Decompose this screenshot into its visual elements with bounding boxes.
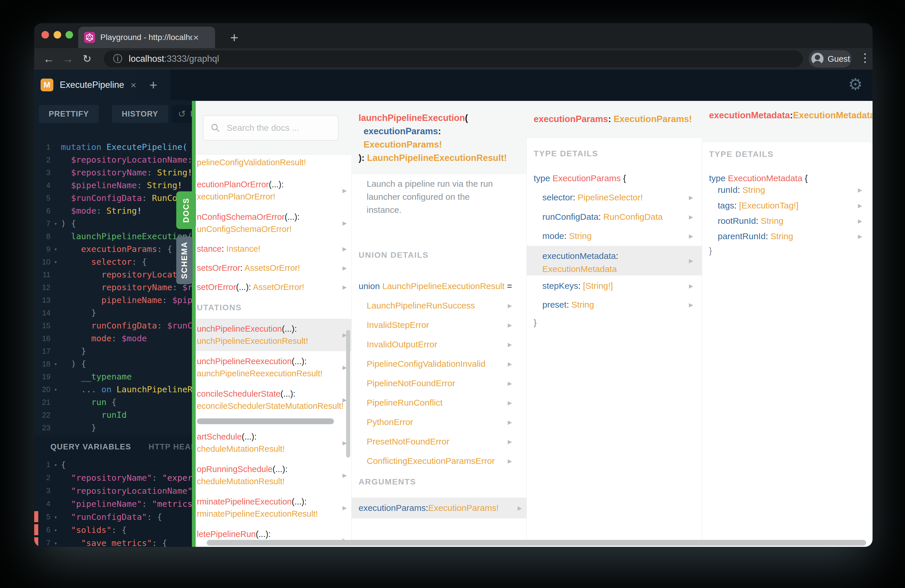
type-field-row[interactable]: executionMetadata:ExecutionMetadata▶	[526, 246, 702, 275]
union-member-row[interactable]: PythonError▶	[351, 412, 526, 432]
line-number: 6	[34, 207, 51, 215]
doc-field-item[interactable]: setOrError(...): AssetOrError!▶	[196, 278, 351, 297]
text-segment: concileSchedulerState	[197, 389, 281, 398]
fold-arrow-icon[interactable]: ▾	[51, 220, 61, 227]
text-segment: :	[157, 321, 167, 331]
argument-type: ExecutionParams!	[428, 503, 499, 513]
reload-icon[interactable]: ↻	[79, 48, 95, 70]
session-tab-close-icon[interactable]: ×	[130, 79, 136, 91]
type-field-row[interactable]: stepKeys: [String!]▶	[526, 280, 702, 291]
doc-field-item[interactable]: artSchedule(...):cheduleMutationResult!▶	[196, 426, 351, 459]
settings-gear-icon[interactable]: ⚙	[848, 75, 863, 94]
union-member-row[interactable]: PipelineConfigValidationInvalid▶	[351, 354, 526, 373]
tab-query-variables[interactable]: QUERY VARIABLES	[51, 442, 131, 451]
endpoint-reload-icon[interactable]: ↺	[178, 108, 186, 119]
type-field-row[interactable]: mode: String▶	[526, 230, 702, 242]
text-segment: (...):	[292, 357, 307, 366]
doc-field-item[interactable]: concileSchedulerState(...):econcileSched…	[196, 384, 351, 416]
doc-field-item[interactable]: pelineConfigValidationResult!	[196, 156, 351, 174]
union-member-row[interactable]: LaunchPipelineRunSuccess▶	[351, 296, 526, 315]
text-segment: $mode	[122, 334, 147, 343]
minimize-window-button[interactable]	[54, 31, 61, 38]
browser-new-tab-button[interactable]: +	[222, 27, 246, 48]
browser-tab[interactable]: Playground - http://localhost:3 ×	[78, 27, 215, 48]
text-segment: $repositoryName	[71, 168, 147, 178]
doc-field-item[interactable]: stance: Instance!▶	[196, 239, 351, 258]
type-field-row[interactable]: runId: String▶	[702, 184, 873, 195]
field-line-1: setOrError(...): AssetOrError!	[197, 281, 351, 293]
close-window-button[interactable]	[41, 31, 49, 38]
fold-arrow-icon[interactable]: ▾	[51, 527, 61, 533]
fold-arrow-icon[interactable]: ▾	[51, 259, 61, 265]
text-segment: (...):	[269, 180, 284, 189]
line-number: 10	[34, 257, 51, 267]
union-member-row[interactable]: InvalidOutputError▶	[351, 335, 526, 354]
docs-search-box[interactable]	[203, 115, 338, 141]
code-text: "solids": {	[61, 525, 127, 535]
screen: Playground - http://localhost:3 × + ← → …	[0, 0, 905, 588]
history-button[interactable]: HISTORY	[112, 105, 168, 123]
docs-search-input[interactable]	[226, 122, 332, 133]
field-name: rootRunId	[718, 216, 756, 226]
fold-arrow-icon[interactable]: ▾	[51, 361, 61, 367]
doc-field-item[interactable]: ecutionPlanOrError(...):xecutionPlanOrEr…	[196, 174, 351, 207]
colon: :	[598, 212, 603, 222]
argument-row[interactable]: executionParams: ExecutionParams!▶	[351, 497, 526, 518]
fold-arrow-icon[interactable]: ▾	[51, 514, 61, 520]
text-segment: cheduleMutationResult!	[197, 477, 285, 486]
chevron-right-icon: ▶	[342, 504, 347, 511]
fold-arrow-icon[interactable]: ▾	[51, 386, 61, 393]
docs-horizontal-scrollbar[interactable]	[207, 540, 866, 546]
union-member-row[interactable]: ConflictingExecutionParamsError▶	[351, 451, 526, 470]
profile-button[interactable]: Guest	[809, 50, 852, 68]
line-number: 1	[34, 143, 51, 152]
chevron-right-icon: ▶	[508, 380, 512, 386]
union-member-row[interactable]: PipelineRunConflict▶	[351, 393, 526, 412]
union-member-row[interactable]: PresetNotFoundError▶	[351, 432, 526, 451]
fold-arrow-icon[interactable]: ▾	[51, 540, 61, 546]
type-field-row[interactable]: selector: PipelineSelector!▶	[526, 192, 702, 203]
signature-line: executionParams:	[359, 125, 526, 138]
doc-field-item[interactable]: opRunningSchedule(...):cheduleMutationRe…	[196, 459, 351, 491]
doc-field-item[interactable]: letePipelineRun(...):letePipelineRunResu…	[196, 524, 351, 540]
search-icon	[210, 123, 220, 133]
prettify-button[interactable]: PRETTIFY	[39, 105, 99, 123]
schema-drawer-tab[interactable]: SCHEMA	[176, 236, 192, 284]
description-line: Launch a pipeline run via the run	[367, 177, 493, 190]
text-segment: runConfigData	[91, 321, 157, 331]
session-tab[interactable]: M ExecutePipeline ×	[34, 70, 136, 100]
site-info-icon[interactable]: ⓘ	[113, 52, 122, 65]
field-line-2: unConfigSchemaOrError!	[197, 223, 351, 235]
doc-field-item[interactable]: setsOrError: AssetsOrError!▶	[196, 258, 351, 278]
fields-vertical-scrollbar[interactable]	[346, 330, 350, 458]
type-field-row[interactable]: rootRunId: String▶	[702, 215, 873, 226]
union-members-list: LaunchPipelineRunSuccess▶InvalidStepErro…	[351, 296, 526, 470]
union-member-row[interactable]: PipelineNotFoundError▶	[351, 373, 526, 393]
back-icon[interactable]: ←	[41, 48, 57, 70]
doc-field-item[interactable]: rminatePipelineExecution(...):rminatePip…	[196, 491, 351, 524]
browser-menu-icon[interactable]: ⋮	[859, 51, 871, 64]
doc-field-item[interactable]: nConfigSchemaOrError(...):unConfigSchema…	[196, 207, 351, 239]
text-segment: ):	[359, 153, 367, 163]
union-member-row[interactable]: InvalidStepError▶	[351, 315, 526, 335]
doc-field-item[interactable]: unchPipelineExecution(...):unchPipelineE…	[196, 319, 351, 351]
fold-arrow-icon[interactable]: ▾	[51, 462, 61, 468]
fields-horizontal-scrollbar[interactable]	[197, 418, 334, 424]
text-segment: pipelineName	[102, 295, 162, 305]
type-field-row[interactable]: parentRunId: String▶	[702, 231, 873, 242]
forward-icon[interactable]: →	[60, 48, 76, 70]
docs-drawer-tab[interactable]: DOCS	[176, 191, 196, 229]
url-host: localhost	[129, 54, 164, 64]
url-bar[interactable]: ⓘ localhost:3333/graphql	[104, 51, 803, 67]
type-field-row[interactable]: preset: String▶	[526, 299, 702, 310]
fold-arrow-icon[interactable]: ▾	[51, 246, 61, 252]
new-session-tab-button[interactable]: +	[136, 70, 170, 100]
doc-field-item[interactable]: unchPipelineReexecution(...):aunchPipeli…	[196, 351, 351, 384]
browser-tab-close-icon[interactable]: ×	[193, 32, 199, 43]
text-segment: executionParams	[81, 244, 157, 254]
type-field-row[interactable]: tags: [ExecutionTag!]▶	[702, 200, 873, 211]
maximize-window-button[interactable]	[65, 31, 73, 38]
url-path: :3333/graphql	[164, 54, 219, 64]
chevron-right-icon: ▶	[508, 361, 512, 367]
type-field-row[interactable]: runConfigData: RunConfigData▶	[526, 211, 702, 222]
